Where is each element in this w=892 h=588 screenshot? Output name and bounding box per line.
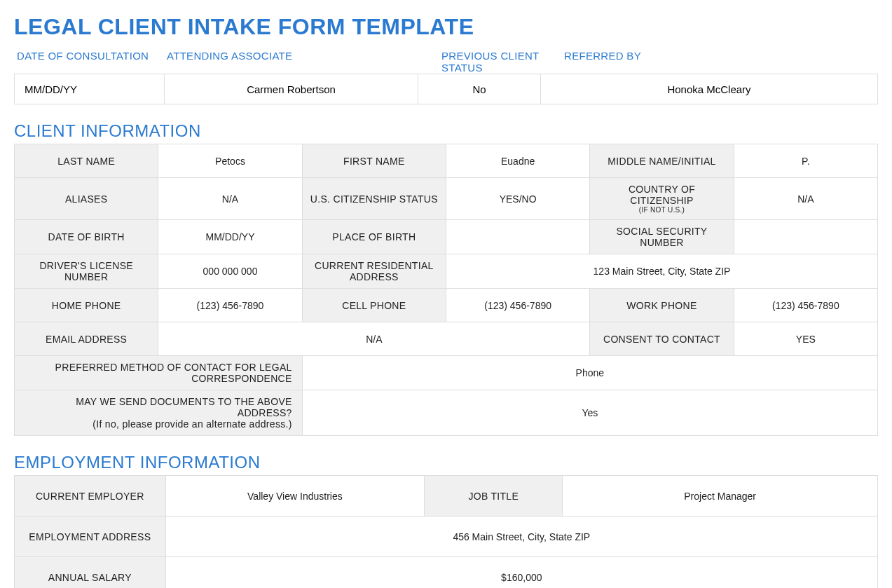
citizenship-status-value[interactable]: YES/NO bbox=[446, 178, 589, 220]
country-of-citizenship-label: COUNTRY OF CITIZENSHIP (IF NOT U.S.) bbox=[590, 178, 734, 220]
country-of-citizenship-value[interactable]: N/A bbox=[734, 178, 877, 220]
date-of-birth-value[interactable]: MM/DD/YY bbox=[158, 220, 302, 254]
ssn-value[interactable] bbox=[734, 220, 877, 254]
previous-client-status-header: PREVIOUS CLIENT STATUS bbox=[418, 50, 564, 74]
last-name-label: LAST NAME bbox=[15, 144, 158, 178]
place-of-birth-label: PLACE OF BIRTH bbox=[302, 220, 446, 254]
last-name-value[interactable]: Petocs bbox=[158, 144, 302, 178]
drivers-license-label: DRIVER'S LICENSE NUMBER bbox=[15, 254, 158, 289]
date-of-consultation-value[interactable]: MM/DD/YY bbox=[15, 74, 165, 104]
work-phone-value[interactable]: (123) 456-7890 bbox=[734, 289, 877, 322]
email-address-value[interactable]: N/A bbox=[158, 322, 590, 356]
employment-information-table: CURRENT EMPLOYER Valley View Industries … bbox=[14, 475, 878, 588]
first-name-value[interactable]: Euadne bbox=[446, 144, 589, 178]
aliases-value[interactable]: N/A bbox=[158, 178, 302, 220]
consent-to-contact-label: CONSENT TO CONTACT bbox=[590, 322, 734, 356]
cell-phone-value[interactable]: (123) 456-7890 bbox=[446, 289, 589, 322]
preferred-contact-label: PREFERRED METHOD OF CONTACT FOR LEGAL CO… bbox=[15, 356, 303, 390]
current-employer-value[interactable]: Valley View Industries bbox=[165, 476, 425, 517]
cell-phone-label: CELL PHONE bbox=[302, 289, 446, 322]
employment-address-value[interactable]: 456 Main Street, City, State ZIP bbox=[165, 517, 877, 557]
middle-name-label: MIDDLE NAME/INITIAL bbox=[590, 144, 734, 178]
client-information-section-title: CLIENT INFORMATION bbox=[14, 121, 878, 141]
attending-associate-value[interactable]: Carmen Robertson bbox=[165, 74, 418, 104]
date-of-consultation-header: DATE OF CONSULTATION bbox=[14, 50, 164, 74]
employment-address-label: EMPLOYMENT ADDRESS bbox=[15, 517, 166, 557]
consultation-top-table: MM/DD/YY Carmen Robertson No Honoka McCl… bbox=[14, 74, 878, 104]
page-title: LEGAL CLIENT INTAKE FORM TEMPLATE bbox=[14, 14, 878, 40]
annual-salary-value[interactable]: $160,000 bbox=[165, 557, 877, 589]
referred-by-header: REFERRED BY bbox=[564, 50, 878, 74]
home-phone-value[interactable]: (123) 456-7890 bbox=[158, 289, 302, 322]
country-label-sub: (IF NOT U.S.) bbox=[597, 206, 726, 214]
send-documents-value[interactable]: Yes bbox=[302, 390, 877, 436]
citizenship-status-label: U.S. CITIZENSHIP STATUS bbox=[302, 178, 446, 220]
work-phone-label: WORK PHONE bbox=[590, 289, 734, 322]
attending-associate-header: ATTENDING ASSOCIATE bbox=[164, 50, 418, 74]
send-documents-label: MAY WE SEND DOCUMENTS TO THE ABOVE ADDRE… bbox=[15, 390, 303, 436]
referred-by-value[interactable]: Honoka McCleary bbox=[541, 74, 877, 104]
previous-client-status-value[interactable]: No bbox=[418, 74, 541, 104]
employment-information-section-title: EMPLOYMENT INFORMATION bbox=[14, 453, 878, 472]
first-name-label: FIRST NAME bbox=[302, 144, 446, 178]
send-documents-label-text: MAY WE SEND DOCUMENTS TO THE ABOVE ADDRE… bbox=[76, 396, 291, 418]
send-documents-label-sub: (If no, please provide an alternate addr… bbox=[92, 418, 291, 430]
annual-salary-label: ANNUAL SALARY bbox=[15, 557, 166, 589]
middle-name-value[interactable]: P. bbox=[734, 144, 877, 178]
residential-address-label: CURRENT RESIDENTIAL ADDRESS bbox=[302, 254, 446, 289]
email-address-label: EMAIL ADDRESS bbox=[15, 322, 158, 356]
ssn-label: SOCIAL SECURITY NUMBER bbox=[590, 220, 734, 254]
preferred-contact-value[interactable]: Phone bbox=[302, 356, 877, 390]
residential-address-value[interactable]: 123 Main Street, City, State ZIP bbox=[446, 254, 877, 289]
place-of-birth-value[interactable] bbox=[446, 220, 589, 254]
consultation-header-row: DATE OF CONSULTATION ATTENDING ASSOCIATE… bbox=[14, 50, 878, 74]
drivers-license-value[interactable]: 000 000 000 bbox=[158, 254, 302, 289]
consent-to-contact-value[interactable]: YES bbox=[734, 322, 877, 356]
home-phone-label: HOME PHONE bbox=[15, 289, 158, 322]
job-title-label: JOB TITLE bbox=[425, 476, 563, 517]
date-of-birth-label: DATE OF BIRTH bbox=[15, 220, 158, 254]
aliases-label: ALIASES bbox=[15, 178, 158, 220]
client-information-table: LAST NAME Petocs FIRST NAME Euadne MIDDL… bbox=[14, 144, 878, 436]
job-title-value[interactable]: Project Manager bbox=[563, 476, 878, 517]
country-label-text: COUNTRY OF CITIZENSHIP bbox=[629, 184, 695, 206]
current-employer-label: CURRENT EMPLOYER bbox=[15, 476, 166, 517]
